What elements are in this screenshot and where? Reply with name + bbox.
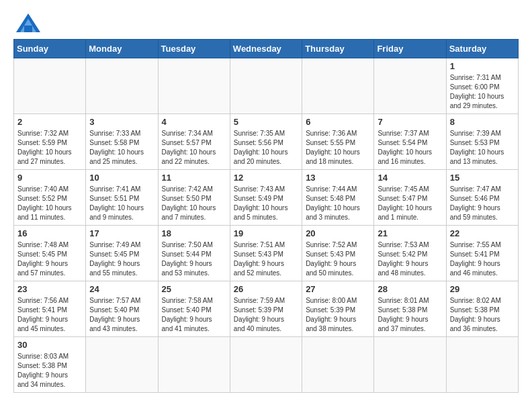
day-cell: 18Sunrise: 7:50 AM Sunset: 5:44 PM Dayli… (158, 226, 230, 281)
day-cell (158, 337, 230, 393)
day-cell (86, 58, 158, 114)
day-info: Sunrise: 7:48 AM Sunset: 5:45 PM Dayligh… (17, 240, 82, 278)
day-cell: 9Sunrise: 7:40 AM Sunset: 5:52 PM Daylig… (14, 170, 86, 226)
day-cell (158, 58, 230, 114)
day-info: Sunrise: 7:37 AM Sunset: 5:54 PM Dayligh… (378, 129, 442, 167)
day-number: 11 (162, 173, 226, 183)
day-number: 25 (162, 284, 226, 294)
day-cell: 28Sunrise: 8:01 AM Sunset: 5:38 PM Dayli… (374, 281, 446, 337)
calendar: SundayMondayTuesdayWednesdayThursdayFrid… (13, 39, 519, 393)
day-info: Sunrise: 7:36 AM Sunset: 5:55 PM Dayligh… (306, 129, 370, 167)
week-row-2: 9Sunrise: 7:40 AM Sunset: 5:52 PM Daylig… (14, 170, 519, 226)
weekday-header-tuesday: Tuesday (158, 40, 230, 58)
day-cell: 1Sunrise: 7:31 AM Sunset: 6:00 PM Daylig… (446, 58, 518, 114)
day-info: Sunrise: 8:00 AM Sunset: 5:39 PM Dayligh… (306, 296, 370, 334)
day-info: Sunrise: 7:58 AM Sunset: 5:40 PM Dayligh… (162, 296, 226, 334)
day-number: 13 (306, 173, 370, 183)
day-info: Sunrise: 7:43 AM Sunset: 5:49 PM Dayligh… (234, 185, 298, 222)
day-info: Sunrise: 7:57 AM Sunset: 5:40 PM Dayligh… (89, 296, 154, 334)
weekday-header-monday: Monday (86, 40, 158, 58)
day-info: Sunrise: 7:42 AM Sunset: 5:50 PM Dayligh… (162, 185, 226, 222)
day-info: Sunrise: 7:31 AM Sunset: 6:00 PM Dayligh… (450, 73, 515, 111)
day-info: Sunrise: 7:35 AM Sunset: 5:56 PM Dayligh… (234, 129, 298, 167)
day-number: 9 (17, 173, 82, 183)
day-info: Sunrise: 7:47 AM Sunset: 5:46 PM Dayligh… (450, 185, 515, 222)
weekday-header-row: SundayMondayTuesdayWednesdayThursdayFrid… (14, 40, 519, 58)
day-number: 7 (378, 117, 442, 127)
day-cell: 10Sunrise: 7:41 AM Sunset: 5:51 PM Dayli… (86, 170, 158, 226)
day-number: 18 (162, 228, 226, 238)
day-cell: 7Sunrise: 7:37 AM Sunset: 5:54 PM Daylig… (374, 114, 446, 170)
day-info: Sunrise: 7:51 AM Sunset: 5:43 PM Dayligh… (234, 240, 298, 278)
day-number: 1 (450, 61, 515, 71)
weekday-header-thursday: Thursday (302, 40, 374, 58)
day-cell: 12Sunrise: 7:43 AM Sunset: 5:49 PM Dayli… (230, 170, 302, 226)
day-cell (230, 337, 302, 393)
day-info: Sunrise: 7:34 AM Sunset: 5:57 PM Dayligh… (162, 129, 226, 167)
day-info: Sunrise: 7:55 AM Sunset: 5:41 PM Dayligh… (450, 240, 515, 278)
day-number: 12 (234, 173, 298, 183)
day-info: Sunrise: 8:03 AM Sunset: 5:38 PM Dayligh… (17, 352, 82, 390)
day-cell (302, 58, 374, 114)
day-number: 15 (450, 173, 515, 183)
day-number: 4 (162, 117, 226, 127)
day-cell: 17Sunrise: 7:49 AM Sunset: 5:45 PM Dayli… (86, 226, 158, 281)
day-info: Sunrise: 7:40 AM Sunset: 5:52 PM Dayligh… (17, 185, 82, 222)
day-number: 30 (17, 340, 82, 350)
day-cell (302, 337, 374, 393)
weekday-header-saturday: Saturday (446, 40, 518, 58)
day-cell: 15Sunrise: 7:47 AM Sunset: 5:46 PM Dayli… (446, 170, 518, 226)
day-cell: 8Sunrise: 7:39 AM Sunset: 5:53 PM Daylig… (446, 114, 518, 170)
day-info: Sunrise: 7:49 AM Sunset: 5:45 PM Dayligh… (89, 240, 154, 278)
day-cell: 16Sunrise: 7:48 AM Sunset: 5:45 PM Dayli… (14, 226, 86, 281)
day-number: 22 (450, 228, 515, 238)
day-cell (374, 58, 446, 114)
day-info: Sunrise: 7:39 AM Sunset: 5:53 PM Dayligh… (450, 129, 515, 167)
week-row-0: 1Sunrise: 7:31 AM Sunset: 6:00 PM Daylig… (14, 58, 519, 114)
day-cell: 6Sunrise: 7:36 AM Sunset: 5:55 PM Daylig… (302, 114, 374, 170)
day-number: 23 (17, 284, 82, 294)
day-cell: 4Sunrise: 7:34 AM Sunset: 5:57 PM Daylig… (158, 114, 230, 170)
day-cell: 11Sunrise: 7:42 AM Sunset: 5:50 PM Dayli… (158, 170, 230, 226)
day-cell: 21Sunrise: 7:53 AM Sunset: 5:42 PM Dayli… (374, 226, 446, 281)
day-cell (14, 58, 86, 114)
day-number: 5 (234, 117, 298, 127)
week-row-5: 30Sunrise: 8:03 AM Sunset: 5:38 PM Dayli… (14, 337, 519, 393)
day-cell: 25Sunrise: 7:58 AM Sunset: 5:40 PM Dayli… (158, 281, 230, 337)
day-cell: 23Sunrise: 7:56 AM Sunset: 5:41 PM Dayli… (14, 281, 86, 337)
day-cell (374, 337, 446, 393)
day-number: 16 (17, 228, 82, 238)
logo (13, 13, 40, 32)
day-cell: 30Sunrise: 8:03 AM Sunset: 5:38 PM Dayli… (14, 337, 86, 393)
day-cell (230, 58, 302, 114)
day-cell (446, 337, 518, 393)
day-number: 20 (306, 228, 370, 238)
day-number: 14 (378, 173, 442, 183)
day-cell: 2Sunrise: 7:32 AM Sunset: 5:59 PM Daylig… (14, 114, 86, 170)
header (13, 13, 519, 32)
day-info: Sunrise: 7:52 AM Sunset: 5:43 PM Dayligh… (306, 240, 370, 278)
day-number: 6 (306, 117, 370, 127)
day-info: Sunrise: 7:56 AM Sunset: 5:41 PM Dayligh… (17, 296, 82, 334)
weekday-header-wednesday: Wednesday (230, 40, 302, 58)
day-number: 3 (89, 117, 154, 127)
day-info: Sunrise: 7:41 AM Sunset: 5:51 PM Dayligh… (89, 185, 154, 222)
day-cell: 13Sunrise: 7:44 AM Sunset: 5:48 PM Dayli… (302, 170, 374, 226)
day-cell: 19Sunrise: 7:51 AM Sunset: 5:43 PM Dayli… (230, 226, 302, 281)
weekday-header-friday: Friday (374, 40, 446, 58)
day-info: Sunrise: 7:50 AM Sunset: 5:44 PM Dayligh… (162, 240, 226, 278)
day-number: 21 (378, 228, 442, 238)
day-number: 2 (17, 117, 82, 127)
day-number: 24 (89, 284, 154, 294)
day-info: Sunrise: 7:32 AM Sunset: 5:59 PM Dayligh… (17, 129, 82, 167)
week-row-3: 16Sunrise: 7:48 AM Sunset: 5:45 PM Dayli… (14, 226, 519, 281)
day-number: 17 (89, 228, 154, 238)
day-number: 28 (378, 284, 442, 294)
day-cell: 20Sunrise: 7:52 AM Sunset: 5:43 PM Dayli… (302, 226, 374, 281)
day-number: 8 (450, 117, 515, 127)
day-cell (86, 337, 158, 393)
day-info: Sunrise: 7:45 AM Sunset: 5:47 PM Dayligh… (378, 185, 442, 222)
day-info: Sunrise: 7:44 AM Sunset: 5:48 PM Dayligh… (306, 185, 370, 222)
day-cell: 27Sunrise: 8:00 AM Sunset: 5:39 PM Dayli… (302, 281, 374, 337)
day-cell: 5Sunrise: 7:35 AM Sunset: 5:56 PM Daylig… (230, 114, 302, 170)
